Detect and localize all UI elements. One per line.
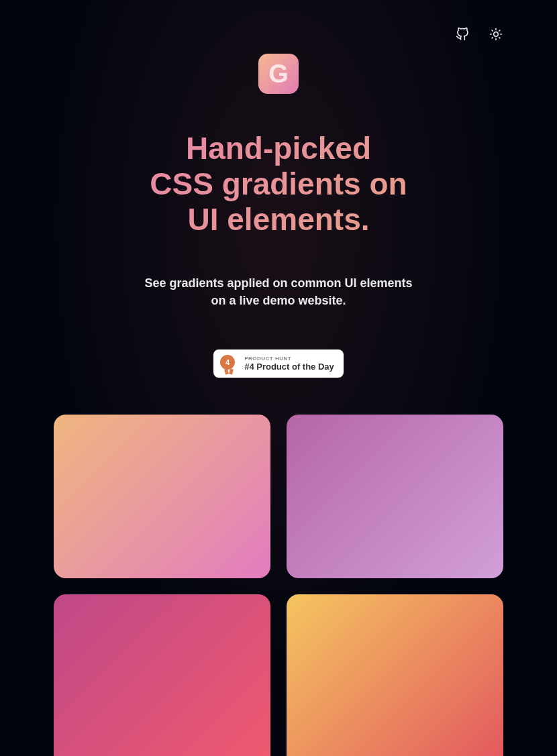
medal-icon: 4: [220, 355, 238, 372]
medal-number: 4: [225, 358, 230, 366]
svg-line-4: [499, 38, 500, 38]
gradient-card-peach-pink[interactable]: [54, 415, 270, 578]
logo-letter: G: [268, 60, 289, 89]
product-hunt-label: PRODUCT HUNT: [244, 356, 334, 362]
hero-title-line3: UI elements.: [188, 202, 370, 237]
gradient-card-purple-lavender[interactable]: [287, 415, 503, 578]
product-hunt-rank: #4 Product of the Day: [244, 362, 334, 372]
hero-title: Hand-picked CSS gradients on UI elements…: [0, 131, 557, 237]
hero-title-line1: Hand-picked: [186, 131, 371, 166]
svg-line-7: [492, 38, 493, 38]
product-hunt-text: PRODUCT HUNT #4 Product of the Day: [244, 356, 334, 372]
github-icon[interactable]: [455, 27, 470, 42]
sun-icon[interactable]: [489, 27, 503, 42]
hero-subtitle: See gradients applied on common UI eleme…: [138, 274, 419, 309]
hero-title-line2: CSS gradients on: [150, 166, 407, 201]
gradient-card-magenta-red[interactable]: [54, 594, 270, 756]
gradient-grid: [0, 415, 557, 756]
logo-container: G: [0, 54, 557, 94]
product-hunt-badge[interactable]: 4 PRODUCT HUNT #4 Product of the Day: [213, 349, 344, 378]
badge-container: 4 PRODUCT HUNT #4 Product of the Day: [0, 349, 557, 378]
svg-line-8: [499, 30, 500, 31]
svg-point-0: [494, 32, 499, 37]
app-logo[interactable]: G: [258, 54, 299, 94]
svg-line-3: [492, 30, 493, 31]
gradient-card-yellow-red[interactable]: [287, 594, 503, 756]
header-icons: [455, 27, 503, 42]
